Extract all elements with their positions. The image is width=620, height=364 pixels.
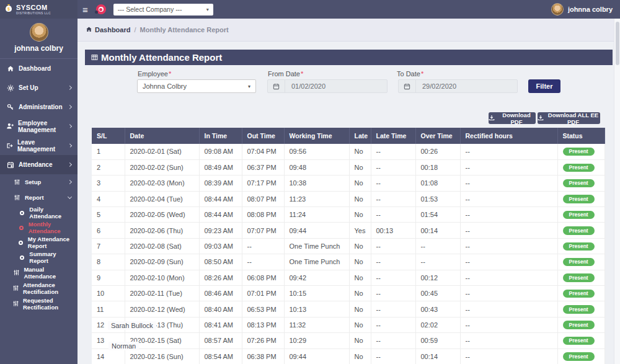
scrollbar-thumb[interactable] [616, 22, 619, 65]
topbar-user[interactable]: johnna colbry [551, 3, 620, 16]
app-logo-icon[interactable] [96, 4, 106, 14]
employee-select[interactable]: Johnna Colbry ▾ [137, 79, 256, 93]
sidebar-menu: DashboardSet UpAdministrationEmployee Ma… [0, 59, 78, 311]
cell-sl: 11 [92, 301, 125, 317]
sidebar-item-dashboard[interactable]: Dashboard [0, 59, 78, 78]
cell-late-time: -- [371, 286, 415, 301]
sidebar-item-administration[interactable]: Administration [0, 97, 78, 117]
chevron-right-icon [68, 143, 73, 148]
download-icon [489, 115, 495, 122]
cell-sl: 4 [92, 191, 125, 206]
chevron-down-icon: ▾ [248, 84, 250, 89]
sidebar-item-requested-rectification[interactable]: Requested Rectification [0, 296, 78, 311]
table-row: 112020-02-12 (Wed)08:40 AM06:53 PM10:13N… [92, 301, 604, 317]
cell-over-time: 02:02 [415, 317, 460, 332]
hamburger-menu-icon[interactable]: ≡ [82, 5, 88, 14]
to-date-input[interactable]: 29/02/2020 [398, 79, 518, 93]
cell-out-time: 06:08 PM [242, 270, 284, 285]
cell-sl: 9 [92, 270, 125, 285]
status-badge: Present [563, 321, 595, 329]
cell-status: Present [557, 207, 604, 223]
cell-out-time: 07:04 PM [242, 144, 284, 159]
cell-status: Present [557, 159, 604, 175]
cell-late: No [349, 301, 371, 317]
cell-late-time: -- [371, 144, 415, 159]
cell-out-time: 07:07 PM [242, 223, 284, 238]
page-title-bar: Monthly Attendance Report [85, 50, 613, 65]
breadcrumb-home-link[interactable]: Dashboard [86, 26, 130, 34]
cell-over-time: 00:18 [415, 159, 460, 175]
main-area: ≡ --- Select Company --- ▾ johnna colbry… [78, 0, 620, 364]
sidebar-item-label: Monthly Attendance [29, 221, 71, 234]
cell-rectified-hours: -- [460, 286, 557, 301]
cell-over-time: -- [415, 238, 460, 254]
to-date-value: 29/02/2020 [416, 82, 456, 90]
cell-rectified-hours: -- [460, 254, 557, 270]
sidebar-item-report[interactable]: Report [0, 190, 78, 205]
sidebar-item-set-up[interactable]: Set Up [0, 78, 78, 97]
filter-button[interactable]: Filter [528, 79, 560, 93]
sidebar-item-attendance[interactable]: Attendance [0, 155, 78, 174]
cell-rectified-hours: -- [460, 144, 557, 159]
company-select-value: --- Select Company --- [118, 6, 182, 13]
cell-in-time: 08:49 AM [199, 159, 242, 175]
breadcrumb-home-label: Dashboard [95, 26, 130, 33]
sidebar-item-setup[interactable]: Setup [0, 174, 78, 190]
cell-over-time: 00:12 [415, 270, 460, 285]
cell-status: Present [557, 223, 604, 238]
cell-out-time: -- [242, 254, 284, 270]
sidebar-item-manual-attendance[interactable]: Manual Attendance [0, 265, 78, 280]
cell-in-time: 09:08 AM [199, 144, 242, 159]
cell-working-time: 11:24 [284, 207, 349, 223]
cell-late: No [349, 159, 371, 175]
cell-date: 2020-02-02 (Sun) [125, 159, 199, 175]
sidebar-item-employee-management[interactable]: Employee Management [0, 117, 78, 136]
status-badge: Present [563, 273, 595, 282]
cell-over-time: 01:54 [415, 207, 460, 223]
company-select[interactable]: --- Select Company --- ▾ [113, 4, 213, 16]
sidebar-profile: johnna colbry [0, 19, 78, 59]
table-header-row: S/LDateIn TimeOut TimeWorking TimeLateLa… [92, 128, 604, 144]
sidebar-item-my-attendance-report[interactable]: My Attendance Report [0, 235, 78, 250]
status-badge: Present [563, 242, 595, 251]
download-pdf-button[interactable]: Download PDF [489, 112, 536, 124]
cell-sl: 5 [92, 207, 125, 223]
ring-icon [18, 255, 25, 260]
cell-in-time: 08:44 AM [199, 191, 242, 206]
cell-late-time: -- [371, 207, 415, 223]
cell-over-time: 00:59 [415, 333, 460, 348]
chevron-right-icon [68, 86, 72, 90]
sidebar-item-attendance-rectification[interactable]: Attendance Rectification [0, 280, 78, 296]
employee-option[interactable]: Norman [108, 342, 139, 350]
cell-rectified-hours: -- [460, 175, 557, 191]
sidebar-item-monthly-attendance[interactable]: Monthly Attendance [0, 220, 78, 235]
download-all-ee-pdf-button[interactable]: Download ALL EE PDF [538, 112, 600, 124]
ring-icon [18, 211, 25, 215]
cell-status: Present [557, 348, 604, 364]
status-badge: Present [563, 337, 595, 345]
table-row: 122020-02-13 (Thu)08:41 AM08:13 PM11:32N… [92, 317, 604, 332]
chevron-down-icon: ▾ [206, 7, 209, 12]
cell-late-time: -- [371, 159, 415, 175]
cell-working-time: One Time Punch [284, 254, 349, 270]
sidebar: $ SYSCOM DISTRIBUTIONS LLC johnna colbry… [0, 0, 78, 364]
brand-logo[interactable]: $ SYSCOM DISTRIBUTIONS LLC [0, 0, 78, 19]
cell-sl: 2 [92, 159, 125, 175]
employee-option[interactable]: Sarah Bullock [108, 321, 156, 330]
cell-date: 2020-02-03 (Mon) [125, 175, 199, 191]
cell-working-time: 11:32 [284, 317, 349, 332]
sidebar-item-summary-report[interactable]: Summary Report [0, 250, 78, 265]
sidebar-item-label: Summary Report [29, 251, 71, 264]
sidebar-item-daily-attendance[interactable]: Daily Attendance [0, 205, 78, 220]
vertical-scrollbar[interactable] [614, 19, 620, 364]
brand-tagline: DISTRIBUTIONS LLC [16, 11, 51, 15]
sidebar-item-label: Daily Attendance [29, 206, 71, 220]
chevron-down-icon [68, 194, 72, 198]
cell-rectified-hours: -- [460, 191, 557, 206]
column-header-over-time: Over Time [415, 128, 460, 144]
from-date-input[interactable]: 01/02/2020 [267, 79, 388, 93]
from-date-value: 01/02/2020 [285, 82, 326, 90]
avatar[interactable] [30, 23, 48, 42]
sidebar-item-leave-management[interactable]: Leave Management [0, 136, 78, 155]
cell-in-time: 08:50 AM [199, 254, 242, 270]
